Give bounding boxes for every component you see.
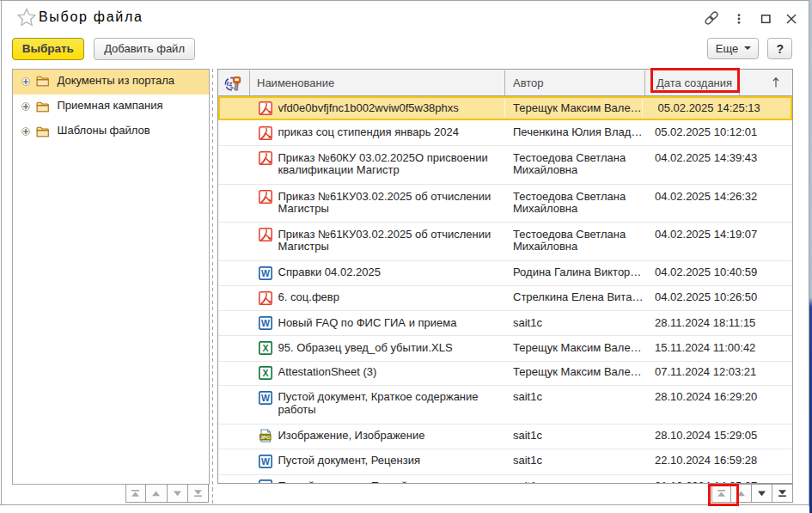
- svg-text:W: W: [261, 318, 270, 328]
- svg-text:W: W: [261, 393, 270, 403]
- svg-text:X: X: [262, 343, 268, 353]
- svg-text:W: W: [261, 481, 270, 484]
- svg-text:W: W: [261, 456, 270, 467]
- svg-text:W: W: [261, 268, 270, 278]
- svg-text:JPG: JPG: [259, 435, 270, 440]
- svg-text:X: X: [262, 368, 268, 378]
